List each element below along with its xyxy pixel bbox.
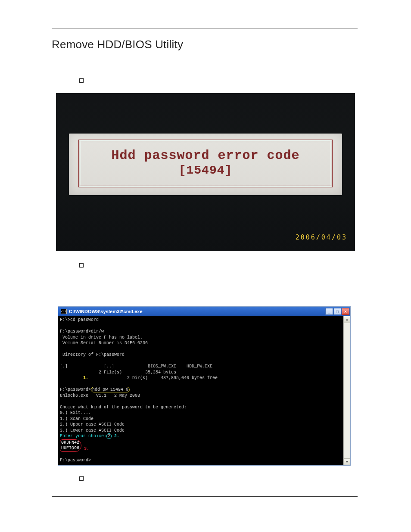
bullet-square-icon bbox=[79, 78, 84, 83]
bullet-item bbox=[79, 77, 358, 83]
photo-datestamp: 2006/04/03 bbox=[296, 233, 347, 241]
scroll-up-button[interactable]: ▲ bbox=[344, 316, 350, 323]
top-horizontal-rule bbox=[52, 28, 358, 28]
bios-error-line1: Hdd password error code bbox=[84, 148, 327, 163]
scroll-down-button[interactable]: ▼ bbox=[344, 458, 350, 465]
bios-dialog-box: Hdd password error code [15494] bbox=[69, 134, 342, 195]
annotation-highlight-command: hdd_pw 15494 0 bbox=[91, 387, 130, 392]
bottom-horizontal-rule bbox=[52, 496, 358, 497]
cmd-terminal-output[interactable]: F:\>cd password F:\password>dir/w Volume… bbox=[58, 316, 343, 465]
scrollbar[interactable]: ▲ ▼ bbox=[343, 316, 350, 465]
bullet-item bbox=[79, 475, 358, 481]
cmd-client-area: F:\>cd password F:\password>dir/w Volume… bbox=[58, 316, 350, 465]
cmd-titlebar[interactable]: c:\ C:\WINDOWS\system32\cmd.exe _ □ × bbox=[58, 307, 350, 316]
maximize-button[interactable]: □ bbox=[333, 308, 341, 315]
page-title: Remove HDD/BIOS Utility bbox=[52, 38, 358, 51]
bullet-item bbox=[79, 262, 358, 268]
minimize-button[interactable]: _ bbox=[325, 308, 333, 315]
cmd-icon: c:\ bbox=[61, 309, 67, 314]
bullet-square-icon bbox=[79, 263, 84, 268]
close-button[interactable]: × bbox=[342, 308, 349, 315]
bullet-square-icon bbox=[79, 476, 84, 481]
annotation-highlight-output: 0KJFN42 UUEIQ96 bbox=[60, 439, 81, 452]
bios-error-screenshot: Hdd password error code [15494] 2006/04/… bbox=[56, 93, 355, 251]
page-content: Remove HDD/BIOS Utility Hdd password err… bbox=[52, 28, 358, 491]
cmd-window-title: C:\WINDOWS\system32\cmd.exe bbox=[69, 309, 143, 314]
bios-dialog-frame: Hdd password error code [15494] bbox=[78, 140, 333, 187]
annotation-number-2: 2. bbox=[114, 434, 119, 439]
annotation-number-1: 1. bbox=[83, 376, 88, 380]
annotation-number-3: 3. bbox=[84, 446, 89, 451]
cmd-window: c:\ C:\WINDOWS\system32\cmd.exe _ □ × F:… bbox=[58, 306, 351, 466]
window-buttons: _ □ × bbox=[325, 308, 349, 315]
annotation-highlight-choice: 2 bbox=[106, 433, 112, 439]
bios-error-code: [15494] bbox=[84, 164, 327, 177]
